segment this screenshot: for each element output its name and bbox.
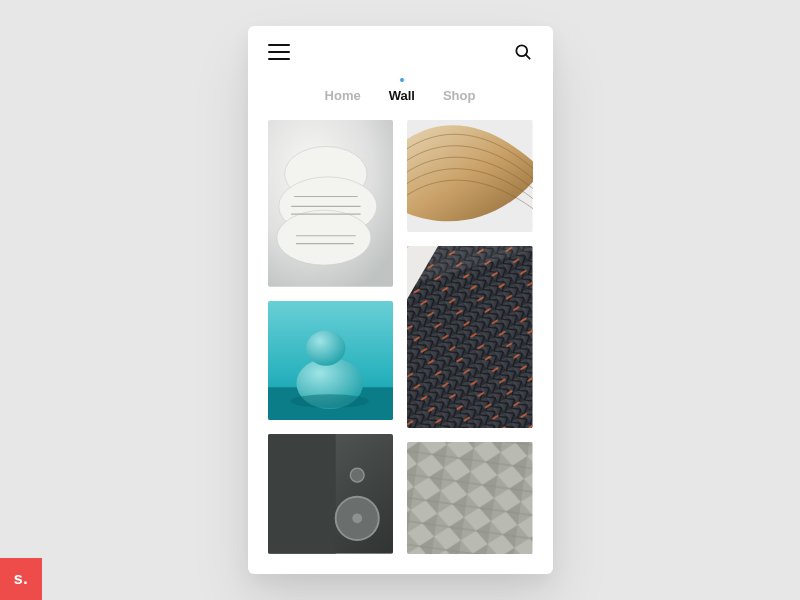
svg-point-10 [290, 394, 368, 408]
grid-column-left [268, 120, 394, 554]
top-bar [248, 26, 553, 78]
svg-line-1 [525, 55, 529, 59]
svg-point-16 [350, 469, 364, 483]
svg-rect-12 [268, 434, 336, 554]
gallery-tile[interactable] [268, 434, 394, 554]
brand-badge: s. [0, 558, 42, 600]
gallery-tile[interactable] [407, 120, 533, 232]
svg-point-9 [306, 330, 345, 365]
app-window: Home Wall Shop [248, 26, 553, 574]
tab-wall[interactable]: Wall [389, 78, 415, 103]
gallery-tile[interactable] [268, 120, 394, 287]
tab-bar: Home Wall Shop [248, 78, 553, 120]
tab-shop[interactable]: Shop [443, 78, 476, 103]
brand-label: s. [14, 570, 28, 588]
tab-home[interactable]: Home [325, 78, 361, 103]
gallery-tile[interactable] [407, 246, 533, 428]
tab-label: Wall [389, 88, 415, 103]
grid-column-right [407, 120, 533, 554]
gallery-tile[interactable] [407, 442, 533, 554]
svg-rect-30 [407, 442, 533, 554]
search-icon[interactable] [513, 42, 533, 62]
svg-point-5 [276, 210, 370, 265]
menu-icon[interactable] [268, 44, 290, 60]
tab-label: Shop [443, 88, 476, 103]
tab-label: Home [325, 88, 361, 103]
svg-point-15 [352, 514, 362, 524]
active-dot-icon [400, 78, 404, 82]
gallery-tile[interactable] [268, 301, 394, 421]
gallery-grid [248, 120, 553, 574]
